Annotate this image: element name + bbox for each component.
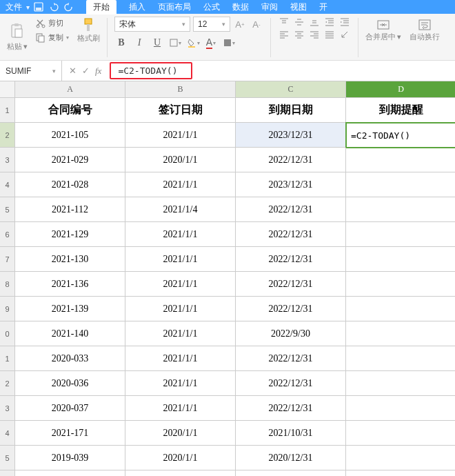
cell[interactable]: 2019-039 [15,446,125,470]
menu-file[interactable]: 文件 [6,1,22,13]
cell[interactable] [346,247,455,272]
cell[interactable]: 2020-036 [15,371,125,396]
tab-start[interactable]: 开始 [86,0,117,14]
cell[interactable]: 2022/12/31 [236,272,346,297]
row-header[interactable]: 7 [0,247,15,272]
cell[interactable]: 2021-130 [15,247,125,272]
row-header-1[interactable]: 1 [0,98,15,123]
cell[interactable]: 2019-049 [15,470,125,476]
tab-insert[interactable]: 插入 [129,1,145,13]
indent-increase-icon[interactable] [338,17,351,28]
header-due-date[interactable]: 到期日期 [236,98,346,123]
font-color-button[interactable]: A [204,36,218,50]
decrease-font-icon[interactable]: A- [250,17,263,31]
cell[interactable] [346,222,455,247]
header-reminder[interactable]: 到期提醒 [346,98,455,123]
cell[interactable]: 2021/1/1 [125,470,236,476]
cell[interactable]: 2022/9/30 [236,321,346,346]
wrap-text-button[interactable]: 自动换行 [407,17,443,59]
cell-style-button[interactable] [222,36,236,50]
row-header[interactable]: 6 [0,470,15,476]
cell[interactable] [346,346,455,371]
tab-review[interactable]: 审阅 [261,1,278,13]
cell[interactable] [346,321,455,346]
undo-icon[interactable] [49,2,60,12]
row-header[interactable]: 2 [0,371,15,396]
tab-formula[interactable]: 公式 [203,1,220,13]
cell[interactable]: 2022/12/31 [236,396,346,421]
cell[interactable] [346,148,455,172]
cell[interactable]: 2021-105 [15,123,125,148]
cell[interactable] [346,197,455,222]
cell[interactable]: 2020/12/31 [236,470,346,476]
align-middle-icon[interactable] [293,17,305,28]
font-size-select[interactable]: 12▾ [193,17,230,32]
cell[interactable]: 2021/1/1 [125,321,236,346]
cell[interactable] [346,421,455,446]
cell[interactable]: 2022/12/31 [236,197,346,222]
cell[interactable]: 2020/1/1 [125,148,236,172]
col-header-A[interactable]: A [15,81,125,98]
col-header-C[interactable]: C [236,81,346,98]
cell[interactable]: 2021/1/1 [125,172,236,197]
cell[interactable] [346,172,455,197]
format-painter-button[interactable]: 格式刷 [74,17,103,59]
cell[interactable]: 2021-129 [15,222,125,247]
cell[interactable]: 2021-139 [15,297,125,321]
row-header[interactable]: 0 [0,321,15,346]
row-header[interactable]: 1 [0,346,15,371]
underline-button[interactable]: U [150,36,164,50]
cell[interactable]: 2021/10/31 [236,421,346,446]
row-header[interactable]: 3 [0,148,15,172]
cell[interactable]: 2021/1/1 [125,297,236,321]
cell[interactable]: 2022/12/31 [236,247,346,272]
row-header[interactable]: 9 [0,297,15,321]
formula-input[interactable]: =C2-TODAY() [110,62,192,79]
align-right-icon[interactable] [308,29,321,40]
cell[interactable]: 2022/12/31 [236,371,346,396]
fill-color-button[interactable] [186,36,200,50]
orientation-icon[interactable] [338,29,351,40]
cell-editing[interactable]: =C2-TODAY() [346,123,455,148]
tab-dev[interactable]: 开 [319,1,327,13]
row-header[interactable]: 8 [0,272,15,297]
name-box[interactable]: SUMIF▾ [0,61,62,81]
cell[interactable]: 2022/12/31 [236,346,346,371]
cancel-formula-icon[interactable]: ✕ [69,66,77,76]
redo-icon[interactable] [64,2,75,12]
cell[interactable] [346,470,455,476]
cell[interactable]: 2021/1/1 [125,222,236,247]
align-center-icon[interactable] [293,29,305,40]
cell[interactable]: 2021-136 [15,272,125,297]
tab-data[interactable]: 数据 [232,1,249,13]
cell[interactable] [346,272,455,297]
fx-icon[interactable]: fx [95,66,101,77]
row-header[interactable]: 4 [0,421,15,446]
cell[interactable] [346,371,455,396]
copy-button[interactable]: 复制▾ [33,31,72,44]
row-header[interactable]: 4 [0,172,15,197]
align-top-icon[interactable] [278,17,290,28]
cell[interactable]: 2022/12/31 [236,148,346,172]
cell[interactable]: 2021-112 [15,197,125,222]
accept-formula-icon[interactable]: ✓ [82,66,90,76]
cut-button[interactable]: 剪切 [33,17,72,30]
tab-view[interactable]: 视图 [290,1,307,13]
header-contract-no[interactable]: 合同编号 [15,98,125,123]
cell[interactable]: 2021/1/1 [125,272,236,297]
cell[interactable] [346,446,455,470]
align-bottom-icon[interactable] [308,17,321,28]
cell[interactable]: 2021/1/1 [125,371,236,396]
paste-button[interactable]: 粘贴▾ [4,17,30,59]
col-header-B[interactable]: B [125,81,236,98]
cell[interactable]: 2021/1/1 [125,247,236,272]
align-justify-icon[interactable] [323,29,336,40]
cell[interactable]: 2021-029 [15,148,125,172]
italic-button[interactable]: I [132,36,146,50]
row-header-2[interactable]: 2 [0,123,15,148]
cell[interactable]: 2021/1/1 [125,346,236,371]
cell[interactable]: 2021/1/1 [125,396,236,421]
row-header[interactable]: 5 [0,197,15,222]
row-header[interactable]: 3 [0,396,15,421]
cell[interactable]: 2020/1/1 [125,421,236,446]
